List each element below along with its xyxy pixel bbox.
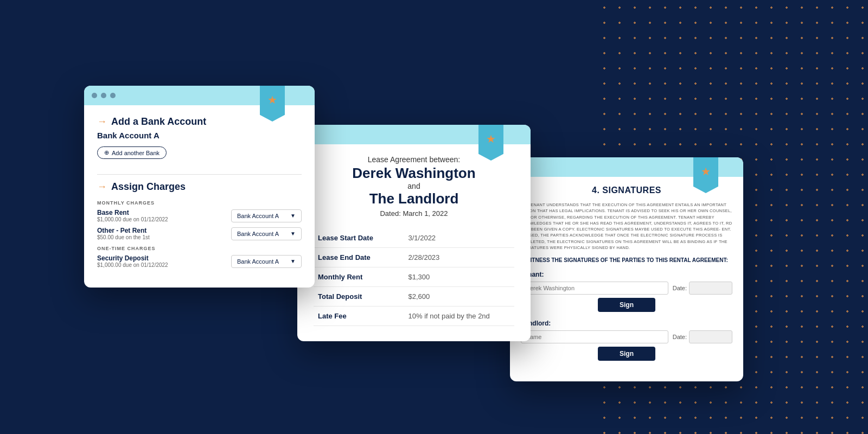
- table-cell-start-date-label: Lease Start Date: [314, 228, 404, 248]
- window-dot-2: [101, 93, 106, 98]
- chevron-icon-1: ▼: [290, 213, 296, 219]
- bank-select-base-rent[interactable]: Bank Account A ▼: [231, 209, 302, 222]
- plus-circle-icon: ⊕: [104, 149, 109, 156]
- charge-row-pet-rent: Other - Pet Rent $50.00 due on the 1st B…: [97, 227, 302, 240]
- arrow-icon-1: →: [97, 116, 107, 127]
- star-icon-2: ★: [486, 132, 496, 145]
- charge-amount-pet-rent: $50.00 due on the 1st: [97, 234, 150, 240]
- bookmark-decoration-2: ★: [478, 125, 503, 161]
- lease-landlord-name: The Landlord: [314, 190, 514, 207]
- table-cell-end-date-value: 2/28/2023: [404, 248, 515, 267]
- arrow-icon-2: →: [97, 181, 107, 193]
- charge-info-base-rent: Base Rent $1,000.00 due on 01/12/2022: [97, 209, 168, 222]
- charge-info-security-deposit: Security Deposit $1,000.00 due on 01/12/…: [97, 254, 168, 268]
- bookmark-decoration-1: ★: [260, 86, 285, 122]
- table-cell-total-deposit-value: $2,600: [404, 287, 515, 307]
- charge-row-base-rent: Base Rent $1,000.00 due on 01/12/2022 Ba…: [97, 209, 302, 222]
- card1-body: → Add a Bank Account Bank Account A ⊕ Ad…: [84, 105, 315, 288]
- add-bank-title-text: Add a Bank Account: [111, 116, 206, 127]
- table-cell-monthly-rent-label: Monthly Rent: [314, 267, 404, 287]
- table-cell-end-date-label: Lease End Date: [314, 248, 404, 267]
- landlord-signature-input[interactable]: [521, 330, 668, 343]
- table-cell-monthly-rent-value: $1,300: [404, 267, 515, 287]
- table-row-monthly-rent: Monthly Rent $1,300: [314, 267, 514, 287]
- table-cell-start-date-value: 3/1/2022: [404, 228, 515, 248]
- charge-name-security-deposit: Security Deposit: [97, 254, 168, 262]
- card3-body: 4. SIGNATURES HE TENANT UNDERSTANDS THAT…: [510, 177, 743, 381]
- table-row-total-deposit: Total Deposit $2,600: [314, 287, 514, 307]
- landlord-sign-button[interactable]: Sign: [598, 347, 655, 361]
- bank-select-value-3: Bank Account A: [237, 258, 279, 265]
- table-row-start-date: Lease Start Date 3/1/2022: [314, 228, 514, 248]
- charge-row-security-deposit: Security Deposit $1,000.00 due on 01/12/…: [97, 254, 302, 268]
- bank-select-security-deposit[interactable]: Bank Account A ▼: [231, 255, 302, 268]
- landlord-date-group: Date:: [673, 330, 732, 343]
- section-divider: [97, 174, 302, 175]
- tenant-sig-fields: Date:: [521, 282, 732, 295]
- table-row-late-fee: Late Fee 10% if not paid by the 2nd: [314, 307, 514, 326]
- tenant-date-input[interactable]: [689, 282, 732, 295]
- bank-select-pet-rent[interactable]: Bank Account A ▼: [231, 227, 302, 240]
- witness-statement-text: WITNESS THE SIGNATURES OF THE PARTIES TO…: [521, 257, 732, 263]
- lease-agreement-card: ★ Lease Agreement between: Derek Washing…: [297, 125, 531, 341]
- signatures-card: ★ 4. SIGNATURES HE TENANT UNDERSTANDS TH…: [510, 157, 743, 381]
- landlord-date-label: Date:: [673, 334, 687, 340]
- assign-charges-title-text: Assign Charges: [111, 181, 186, 193]
- bank-select-value-2: Bank Account A: [237, 231, 279, 237]
- landlord-date-input[interactable]: [689, 330, 732, 343]
- landlord-label: Landlord:: [521, 320, 732, 327]
- card2-body: Lease Agreement between: Derek Washingto…: [297, 144, 531, 341]
- signatures-legal-text: HE TENANT UNDERSTANDS THAT THE EXECUTION…: [521, 202, 732, 251]
- monthly-charges-label: MONTHLY CHARGES: [97, 200, 302, 206]
- charge-amount-base-rent: $1,000.00 due on 01/12/2022: [97, 216, 168, 222]
- bank-account-name: Bank Account A: [97, 131, 302, 140]
- add-bank-button-label: Add another Bank: [112, 150, 159, 156]
- bank-select-value-1: Bank Account A: [237, 213, 279, 219]
- charge-name-pet-rent: Other - Pet Rent: [97, 227, 150, 234]
- lease-title-block: Lease Agreement between: Derek Washingto…: [314, 155, 514, 218]
- table-cell-total-deposit-label: Total Deposit: [314, 287, 404, 307]
- tenant-signature-input[interactable]: [521, 282, 668, 295]
- charge-name-base-rent: Base Rent: [97, 209, 168, 216]
- assign-charges-section-title: → Assign Charges: [97, 181, 302, 193]
- charge-info-pet-rent: Other - Pet Rent $50.00 due on the 1st: [97, 227, 150, 240]
- table-cell-late-fee-value: 10% if not paid by the 2nd: [404, 307, 515, 326]
- star-icon-3: ★: [701, 165, 711, 178]
- table-cell-late-fee-label: Late Fee: [314, 307, 404, 326]
- tenant-label: Tenant:: [521, 271, 732, 278]
- tenant-date-group: Date:: [673, 282, 732, 295]
- bookmark-decoration-3: ★: [693, 157, 718, 193]
- charge-amount-security-deposit: $1,000.00 due on 01/12/2022: [97, 262, 168, 268]
- landlord-signature-block: Landlord: Date: Sign: [521, 320, 732, 361]
- tenant-sign-button[interactable]: Sign: [598, 298, 655, 312]
- tenant-signature-block: Tenant: Date: Sign: [521, 271, 732, 312]
- lease-tenant-name: Derek Washington: [314, 165, 514, 182]
- star-icon-1: ★: [267, 93, 277, 106]
- window-dot-1: [92, 93, 97, 98]
- tenant-date-label: Date:: [673, 285, 687, 291]
- landlord-sig-fields: Date:: [521, 330, 732, 343]
- add-another-bank-button[interactable]: ⊕ Add another Bank: [97, 146, 167, 159]
- bank-account-card: ★ → Add a Bank Account Bank Account A ⊕ …: [84, 86, 315, 288]
- window-dot-3: [110, 93, 116, 98]
- onetime-charges-label: ONE-TIME CHARGES: [97, 246, 302, 251]
- chevron-icon-3: ▼: [290, 258, 296, 264]
- table-row-end-date: Lease End Date 2/28/2023: [314, 248, 514, 267]
- lease-details-table: Lease Start Date 3/1/2022 Lease End Date…: [314, 228, 514, 326]
- lease-and-text: and: [314, 182, 514, 190]
- chevron-icon-2: ▼: [290, 231, 296, 237]
- lease-dated-text: Dated: March 1, 2022: [314, 209, 514, 218]
